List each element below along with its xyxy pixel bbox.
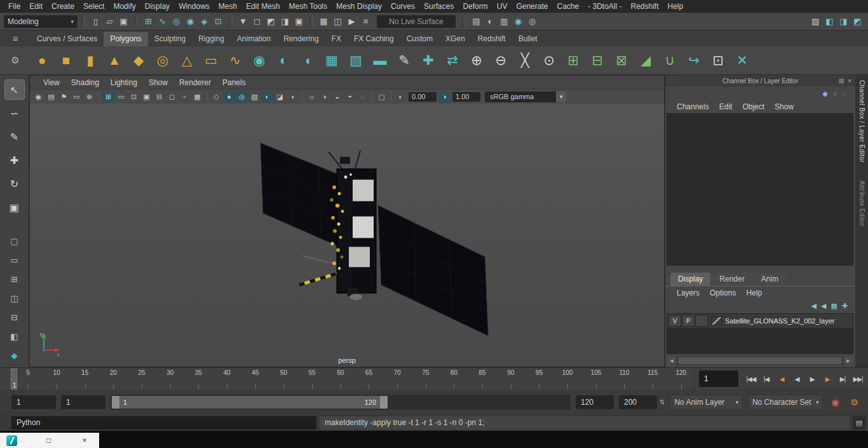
layer-editor-menu-layers[interactable]: Layers [673, 288, 703, 297]
channel-box-menu-edit[interactable]: Edit [715, 102, 736, 111]
mesh-cleanup-icon[interactable]: ✕ [731, 49, 754, 72]
menu-redshift[interactable]: Redshift [627, 0, 663, 13]
viewport-canvas[interactable]: y x persp [30, 104, 664, 367]
field-chart-icon[interactable]: ⊟ [153, 92, 165, 102]
evaluation-mode-icon[interactable]: ▶ [345, 15, 358, 28]
bevel-icon[interactable]: ◢ [634, 49, 657, 72]
maximize-button[interactable]: □ [44, 436, 53, 445]
poly-pipe-icon[interactable]: ▭ [200, 49, 222, 72]
scroll-left-arrow[interactable]: ◀ [667, 356, 676, 365]
mirror-icon[interactable]: ⇄ [441, 49, 464, 72]
film-gate-icon[interactable]: ▭ [115, 92, 127, 102]
poly-cone-icon[interactable]: ▲ [103, 49, 126, 72]
camera-attributes-icon[interactable]: ▤ [45, 92, 57, 102]
multi-cut-icon[interactable]: ╳ [513, 49, 536, 72]
shelf-tab-redshift[interactable]: Redshift [471, 32, 512, 46]
layer-visibility-toggle[interactable]: V [668, 315, 681, 327]
lasso-select-tool[interactable]: ∽ [5, 104, 24, 123]
toolbar-separator[interactable] [309, 16, 313, 27]
close-button[interactable]: × [80, 436, 89, 445]
menu-mesh-tools[interactable]: Mesh Tools [285, 0, 332, 13]
layout-custom-button[interactable]: ◆ [6, 348, 23, 362]
gamma-field[interactable]: 1.00 [452, 92, 480, 102]
maya-app-icon[interactable] [6, 435, 17, 446]
menu-display[interactable]: Display [140, 0, 174, 13]
render-current-frame-icon[interactable]: ▤ [470, 15, 483, 28]
scrollbar-thumb[interactable] [678, 357, 842, 364]
select-hierarchy-icon[interactable]: ▼ [236, 15, 250, 28]
command-line[interactable]: Python [11, 416, 316, 430]
toolbar-separator[interactable] [229, 16, 233, 27]
spin-buttons-icon[interactable]: ⇅ [660, 398, 665, 405]
safe-title-icon[interactable]: ▫ [179, 92, 191, 102]
select-object-icon[interactable]: ◻ [250, 15, 264, 28]
last-tool-slot[interactable]: ▢ [6, 234, 23, 248]
go-to-start-button[interactable]: |◀◀ [743, 370, 759, 387]
go-to-end-button[interactable]: ▶▶| [850, 370, 865, 387]
quad-draw-icon[interactable]: ✚ [417, 49, 440, 72]
panel-menu-view[interactable]: View [37, 78, 65, 87]
hypershade-icon[interactable]: ◎ [526, 15, 539, 28]
make-live-icon[interactable]: ◈ [198, 15, 211, 28]
layer-list[interactable]: V P Satellite_GLONASS_K2_002_layer [667, 313, 853, 354]
layer-name[interactable]: Satellite_GLONASS_K2_002_layer [725, 317, 834, 325]
lock-selection-icon[interactable]: ▣ [292, 15, 306, 28]
poly-cylinder-icon[interactable]: ▮ [79, 49, 102, 72]
ipr-render-icon[interactable]: ◐ [484, 15, 497, 28]
layer-editor-tab-anim[interactable]: Anim [754, 273, 786, 286]
shelf-tab-fx[interactable]: FX [325, 32, 348, 46]
shelf-tab-polygons[interactable]: Polygons [104, 32, 147, 46]
screen-space-ao-icon[interactable]: ◒ [331, 92, 343, 102]
new-scene-icon[interactable]: ▯ [89, 15, 102, 28]
layout-four-pane-button[interactable]: ⊞ [6, 272, 23, 286]
menu-set-selector[interactable]: Modeling ▾ [4, 15, 78, 28]
poly-cube-icon[interactable]: ■ [55, 49, 78, 72]
step-back-key-button[interactable]: ◀ [774, 370, 789, 387]
create-polygon-tool-icon[interactable]: ✎ [393, 49, 416, 72]
layer-editor-tab-display[interactable]: Display [670, 273, 710, 286]
menu-surfaces[interactable]: Surfaces [419, 0, 458, 13]
panel-menu-panels[interactable]: Panels [217, 78, 252, 87]
textured-icon[interactable]: ▧ [248, 92, 261, 102]
combine-icon[interactable]: ⊕ [465, 49, 488, 72]
shelf-menu-icon[interactable]: ≡ [0, 34, 31, 44]
channel-box-menu-object[interactable]: Object [738, 102, 768, 111]
step-forward-key-button[interactable]: ▶ [820, 370, 835, 387]
boolean-intersection-icon[interactable]: ⊠ [610, 49, 633, 72]
side-tab-channel-box-layer-editor[interactable]: Channel Box / Layer Editor [858, 80, 865, 163]
channel-box-menu-channels[interactable]: Channels [673, 102, 713, 111]
poly-platonic-icon[interactable]: ◆ [127, 49, 150, 72]
range-slider-track[interactable]: 1 120 [111, 395, 571, 410]
target-weld-icon[interactable]: ⊙ [538, 49, 560, 72]
layout-single-pane-button[interactable]: ▭ [6, 253, 23, 267]
pin-channel-box-icon[interactable]: ◆ [822, 90, 827, 98]
layer-playback-toggle[interactable]: P [682, 315, 695, 327]
menu-windows[interactable]: Windows [174, 0, 214, 13]
save-scene-icon[interactable]: ▣ [117, 15, 130, 28]
layer-list-horizontal-scrollbar[interactable]: ◀ ▶ [667, 356, 853, 365]
channel-box-menu-show[interactable]: Show [771, 102, 797, 111]
safe-action-icon[interactable]: ◻ [166, 92, 178, 102]
menu-mesh-display[interactable]: Mesh Display [332, 0, 386, 13]
auto-keyframe-toggle[interactable]: ◉ [828, 395, 842, 409]
time-slider[interactable]: 5101520253035404550556065707580859095100… [0, 368, 695, 390]
layout-persp-outliner-button[interactable]: ◧ [6, 329, 23, 343]
menu-edit-mesh[interactable]: Edit Mesh [241, 0, 284, 13]
toggle-channel-box-icon[interactable]: ◩ [851, 15, 864, 28]
range-slider-bar[interactable]: 1 120 [112, 396, 388, 409]
layout-two-pane-stacked-button[interactable]: ⊟ [6, 310, 23, 324]
subdiv-proxy-icon[interactable]: ◐ [272, 49, 295, 72]
slider-speed-icon[interactable]: ○ [833, 90, 837, 97]
layer-color-swatch[interactable] [711, 316, 722, 325]
render-settings-icon[interactable]: ▥ [498, 15, 511, 28]
smooth-shade-icon[interactable]: ● [223, 92, 235, 102]
scroll-right-arrow[interactable]: ▶ [844, 356, 853, 365]
poly-grid-icon[interactable]: ▦ [320, 49, 343, 72]
character-set-dropdown[interactable]: No Character Set ▾ [748, 395, 824, 410]
resolution-gate-icon[interactable]: ⊡ [128, 92, 140, 102]
snap-to-grid-icon[interactable]: ⊞ [142, 15, 155, 28]
side-tab-attribute-editor[interactable]: Attribute Editor [858, 180, 865, 227]
poly-sphere-icon[interactable]: ● [31, 49, 53, 72]
play-forwards-button[interactable]: ▶ [804, 370, 820, 387]
toolbar-separator[interactable] [81, 16, 85, 27]
